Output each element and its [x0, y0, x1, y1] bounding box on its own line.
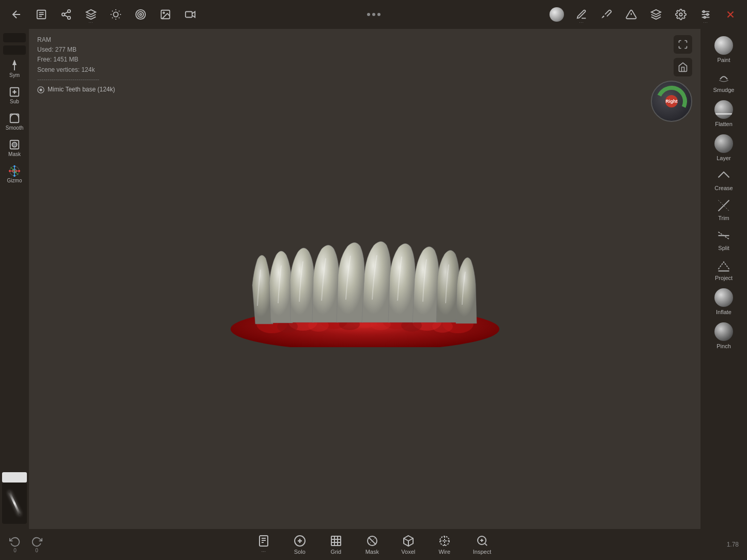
- bottom-toolbar: 0 0 ··· Solo Grid: [0, 529, 747, 560]
- svg-point-40: [13, 165, 16, 167]
- inspect-button[interactable]: Inspect: [468, 533, 496, 557]
- trim-tool[interactable]: Trim: [704, 195, 744, 224]
- svg-point-21: [679, 13, 682, 16]
- vertices-info: Scene vertices: 124k: [37, 65, 115, 75]
- undo-redo-group: 0 0: [5, 534, 47, 555]
- pinch-tool[interactable]: Pinch: [704, 319, 744, 352]
- redo-button[interactable]: 0: [27, 534, 47, 555]
- orientation-ball[interactable]: Right: [651, 81, 692, 122]
- smudge-tool[interactable]: Smudge: [704, 67, 744, 96]
- alert-button[interactable]: [620, 3, 643, 26]
- svg-point-41: [13, 175, 16, 177]
- light-button[interactable]: [104, 3, 127, 26]
- close-button[interactable]: [719, 3, 742, 26]
- paint-tool-button[interactable]: [545, 3, 568, 26]
- wire-button[interactable]: Wire: [432, 533, 458, 557]
- solo-button[interactable]: Solo: [287, 533, 313, 557]
- svg-line-7: [112, 11, 113, 11]
- svg-line-74: [408, 538, 413, 541]
- right-sidebar: Paint Smudge Flatten Layer Crease Trim: [700, 29, 747, 529]
- pencil-button[interactable]: ···: [570, 3, 593, 26]
- right-tools: ···: [545, 3, 742, 26]
- left-panel-top: [3, 33, 26, 42]
- svg-point-3: [68, 17, 71, 19]
- layers-button[interactable]: [645, 3, 667, 26]
- left-sidebar: Sym Sub Smooth Mask: [0, 29, 29, 529]
- info-panel: RAM Used: 277 MB Free: 1451 MB Scene ver…: [37, 35, 115, 95]
- svg-point-14: [138, 12, 144, 18]
- viewport[interactable]: RAM Used: 277 MB Free: 1451 MB Scene ver…: [29, 29, 700, 529]
- file-button[interactable]: [30, 3, 53, 26]
- svg-point-27: [704, 17, 706, 19]
- svg-point-26: [707, 13, 709, 15]
- viewport-controls: Right: [651, 35, 692, 122]
- ram-label: RAM: [37, 35, 115, 45]
- svg-line-11: [112, 18, 113, 18]
- mask-button[interactable]: Mask: [3, 136, 26, 160]
- svg-point-42: [9, 170, 11, 172]
- svg-point-46: [39, 88, 42, 91]
- flatten-tool[interactable]: Flatten: [704, 97, 744, 130]
- used-info: Used: 277 MB: [37, 45, 115, 55]
- sym-button[interactable]: Sym: [3, 57, 26, 81]
- brush-preview: [2, 483, 27, 524]
- svg-line-79: [484, 543, 486, 545]
- gizmo-button[interactable]: Gizmo: [3, 162, 26, 186]
- svg-point-17: [163, 12, 164, 13]
- crease-tool[interactable]: Crease: [704, 165, 744, 194]
- svg-rect-66: [331, 536, 341, 546]
- left-panel-mid: [3, 45, 26, 55]
- history-button[interactable]: ···: [251, 533, 277, 556]
- svg-point-15: [140, 13, 142, 15]
- mask-bottom-button[interactable]: Mask: [359, 533, 385, 557]
- center-dots: [204, 13, 543, 16]
- orientation-label: Right: [665, 95, 678, 107]
- share-button[interactable]: [55, 3, 78, 26]
- svg-point-2: [62, 13, 65, 16]
- top-toolbar: ···: [0, 0, 747, 29]
- svg-point-4: [113, 12, 118, 17]
- layer-tool[interactable]: Layer: [704, 131, 744, 164]
- sliders-button[interactable]: ···: [694, 3, 717, 26]
- svg-line-8: [119, 18, 119, 18]
- svg-point-34: [12, 142, 17, 147]
- info-separator: ------------------------------: [37, 75, 115, 85]
- version-label: 1.78: [727, 541, 739, 548]
- stroke-preview: [2, 472, 27, 483]
- fullscreen-button[interactable]: [674, 35, 692, 54]
- teeth-model: [220, 223, 510, 347]
- svg-rect-18: [186, 12, 192, 18]
- sub-button[interactable]: Sub: [3, 83, 26, 107]
- scene-button[interactable]: [129, 3, 152, 26]
- svg-line-73: [404, 538, 408, 541]
- voxel-button[interactable]: Voxel: [395, 533, 421, 557]
- free-info: Free: 1451 MB: [37, 55, 115, 65]
- back-button[interactable]: [5, 3, 28, 26]
- split-tool[interactable]: Split: [704, 225, 744, 254]
- image-button[interactable]: [154, 3, 177, 26]
- svg-point-25: [703, 11, 705, 13]
- settings-button[interactable]: [669, 3, 692, 26]
- mesh-button[interactable]: ···: [80, 3, 102, 26]
- undo-button[interactable]: 0: [5, 534, 25, 555]
- grid-button[interactable]: Grid: [323, 533, 349, 557]
- svg-point-43: [18, 170, 20, 172]
- svg-point-1: [68, 10, 71, 13]
- inflate-tool[interactable]: Inflate: [704, 285, 744, 318]
- object-name: Mimic Teeth base (124k): [37, 85, 115, 95]
- brush-button[interactable]: [595, 3, 618, 26]
- paint-tool[interactable]: Paint: [704, 33, 744, 66]
- project-tool[interactable]: Project: [704, 255, 744, 284]
- video-button[interactable]: [179, 3, 202, 26]
- smooth-button[interactable]: Smooth: [3, 110, 26, 134]
- svg-line-12: [119, 11, 119, 11]
- home-button[interactable]: [674, 58, 692, 76]
